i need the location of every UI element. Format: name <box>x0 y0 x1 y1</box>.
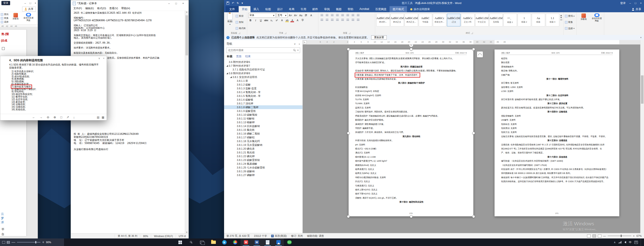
taskbar-app-icon[interactable] <box>273 238 284 246</box>
asian-layout-button[interactable] <box>346 13 350 17</box>
expand-triangle-icon[interactable] <box>230 76 232 78</box>
viewer-tool-icon[interactable]: ▦ <box>102 116 104 119</box>
ribbon-tab[interactable]: 图片格式 <box>390 6 407 12</box>
titlebar[interactable]: *无标题 - 记事本 – □ × <box>71 0 188 6</box>
document-page[interactable]: 消防二氧评 SDS: 10% 日期: 2018-7-5 稳定性:聚合危害:避免接… <box>494 50 619 216</box>
checkbox-fragment[interactable] <box>2 47 5 50</box>
nav-heading-item[interactable]: 3.8.1.21 氧化镁 <box>224 151 302 154</box>
close-icon[interactable]: × <box>299 43 300 46</box>
zoom-in-icon[interactable]: + <box>633 234 634 237</box>
subscript-button[interactable]: x₂ <box>269 18 274 22</box>
maximize-icon[interactable]: □ <box>30 2 31 5</box>
nav-heading-item[interactable]: 3.8.1.26 碳酸钠 <box>224 169 302 173</box>
scrollbar-thumb[interactable] <box>186 15 188 55</box>
nav-heading-item[interactable]: 3.8.1 安全技术说明书 <box>224 75 302 79</box>
menu-item[interactable]: 文件(F) <box>72 6 84 11</box>
strikethrough-button[interactable]: abc <box>264 18 269 22</box>
taskbar-app-icon[interactable] <box>284 238 295 246</box>
close-icon[interactable]: × <box>103 57 104 60</box>
increase-indent-button[interactable] <box>340 13 345 17</box>
print-layout-button[interactable] <box>592 234 596 237</box>
layout-options-button[interactable] <box>477 51 483 58</box>
resize-handle[interactable] <box>472 132 475 135</box>
cut-button[interactable]: 剪切 <box>236 15 246 18</box>
undo-icon[interactable]: ↶ <box>232 2 234 5</box>
align-right-button[interactable] <box>330 18 334 22</box>
expand-triangle-icon[interactable] <box>226 65 228 67</box>
page-indicator[interactable]: 第 270 页, 共 633 页 <box>226 234 250 238</box>
align-left-button[interactable] <box>320 18 324 22</box>
ribbon-tab[interactable]: 绘图 <box>262 6 274 12</box>
nav-heading-item[interactable]: 3.8.1.23 硫酸亚铁铵 <box>224 158 302 162</box>
taskbar-app-icon[interactable] <box>219 238 230 246</box>
nav-heading-item[interactable]: 3.8.1.7 溴化钾 <box>224 102 302 105</box>
align-center-button[interactable] <box>325 18 329 22</box>
document-page[interactable]: 消防二氧评 SDS: 10% 日期: 2018-7-5 灭火注意事项: 消防人员… <box>348 50 473 216</box>
read-mode-button[interactable] <box>587 234 590 237</box>
nav-tab[interactable]: 结果 <box>245 55 251 58</box>
find-button[interactable]: 查找▾ <box>565 14 574 18</box>
change-settings-button[interactable]: 更改设置 <box>371 35 387 40</box>
chevron-down-icon[interactable]: ∨ <box>294 42 296 46</box>
nav-heading-item[interactable]: 3.8.1.6 硫酸银 <box>224 98 302 102</box>
resize-handle[interactable] <box>410 215 412 218</box>
line-spacing-button[interactable] <box>346 18 350 22</box>
zoom-slider[interactable] <box>608 236 631 236</box>
style-cell[interactable]: 1.1 标题 3 <box>546 14 559 26</box>
ribbon-tab[interactable]: 开始 <box>239 6 250 12</box>
signin-button[interactable]: 登录 <box>620 2 626 5</box>
nav-search-input[interactable]: 在文档中搜索 ▾ <box>226 47 300 53</box>
grow-font-button[interactable]: A˄ <box>288 14 293 17</box>
bullets-button[interactable] <box>320 13 324 17</box>
menu-item[interactable]: 查看(V) <box>108 6 120 11</box>
share-button[interactable]: 共享 <box>22 7 36 12</box>
resize-handle[interactable] <box>347 48 350 51</box>
style-cell[interactable]: 一、 标题 1 <box>504 14 517 26</box>
nav-heading-item[interactable]: 3.8.1.16 磷酸二氢铵 <box>224 132 302 135</box>
decrease-indent-button[interactable] <box>335 13 340 17</box>
nav-heading-item[interactable]: 3.8.1.25 七水合硫酸亚铁 <box>224 166 302 169</box>
dialog-launcher-icon[interactable] <box>284 32 286 34</box>
nav-heading-item[interactable]: 3.8 附件技术评审8 <box>224 71 302 75</box>
save-icon[interactable] <box>226 2 229 5</box>
viewer-tool-icon[interactable]: ← <box>32 115 35 119</box>
ribbon-tab[interactable]: 视图 <box>333 6 344 12</box>
bold-button[interactable]: B <box>248 18 253 22</box>
ribbon-tab[interactable]: 布局 <box>286 6 298 12</box>
taskbar-app-icon[interactable] <box>230 238 240 246</box>
viewer-tool-icon[interactable]: ↓ <box>73 115 75 119</box>
style-cell[interactable]: AaBbCcDd 表内正文 <box>390 14 404 26</box>
ribbon-tab[interactable]: 插入 <box>250 6 262 12</box>
nav-heading-item[interactable]: 3.8.1.9 硫酸亚铁 <box>224 109 302 113</box>
character-border-button[interactable]: A <box>309 14 314 17</box>
nav-heading-item[interactable]: 3.8.1.4 氢氧化钠 - 常 <box>224 90 302 94</box>
change-case-button[interactable]: Aa <box>299 14 303 17</box>
nav-heading-item[interactable]: 3.8.1.24 氨基磺酸 <box>224 162 302 166</box>
replace-button[interactable]: 替换 <box>565 21 574 24</box>
phonetic-guide-button[interactable]: 拼 <box>304 14 308 17</box>
dialog-launcher-icon[interactable] <box>348 32 350 34</box>
word-count[interactable]: 23112 个字 <box>254 234 267 238</box>
track-changes-indicator[interactable]: 修订: 关闭 <box>291 234 303 238</box>
scrollbar-thumb[interactable] <box>641 75 644 104</box>
style-cell[interactable]: AaBbCcDd 表内列... <box>376 14 390 26</box>
document-area[interactable]: 6422468101214161820222426283032343638404… <box>303 40 644 233</box>
input-method-indicator[interactable]: 中 <box>629 240 632 244</box>
style-cell[interactable]: AaBbCc 投标文件... <box>433 14 446 26</box>
borders-button[interactable] <box>356 18 360 22</box>
baidu-save-button[interactable]: 保存到百度网盘 <box>22 13 34 24</box>
multilevel-list-button[interactable] <box>330 13 334 17</box>
redo-icon[interactable]: ↻ <box>237 2 239 5</box>
web-layout-icon[interactable] <box>7 241 10 244</box>
ribbon-tab[interactable]: 设计 <box>274 6 286 12</box>
italic-button[interactable]: I <box>254 18 258 22</box>
nav-heading-item[interactable]: 3.8.1.15 氯化铁 <box>224 128 302 132</box>
style-cell[interactable]: AaBbCcDd 表内正文... <box>404 14 418 26</box>
nav-tab[interactable]: 标题 <box>227 55 232 58</box>
nav-heading-item[interactable]: 3.8.1.8 磷酸二氢钾 <box>224 105 302 109</box>
nav-heading-item[interactable]: 3.8.1.5 氢氧化钠 - 常 <box>224 94 302 98</box>
dialog-launcher-icon[interactable] <box>238 32 240 34</box>
nav-heading-item[interactable]: 3.7 附件技术评审7 <box>224 64 302 68</box>
show-desktop-button[interactable] <box>641 238 642 246</box>
ribbon-tab[interactable]: 审阅 <box>321 6 333 12</box>
